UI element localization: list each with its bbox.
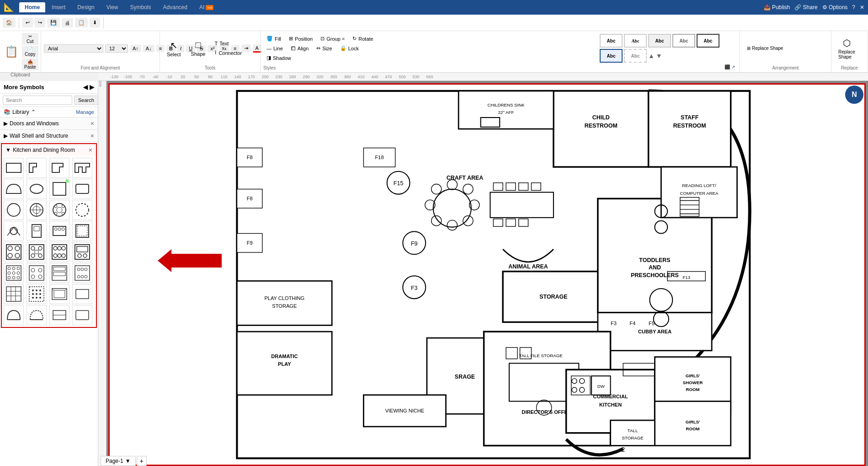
symbol-item[interactable] xyxy=(49,305,69,325)
replace-shape-btn[interactable]: ⊞ Replace Shape xyxy=(743,44,787,52)
publish-btn[interactable]: 📤 Publish xyxy=(764,4,790,11)
help-btn[interactable]: ? xyxy=(852,4,855,11)
symbol-item[interactable] xyxy=(72,221,92,241)
line-btn[interactable]: — Line xyxy=(263,44,286,53)
sidebar-arrow-right[interactable]: ▶ xyxy=(90,84,94,91)
symbol-item[interactable] xyxy=(49,158,69,178)
options-btn[interactable]: ⚙ Options xyxy=(822,4,848,11)
close-btn[interactable]: ✕ xyxy=(860,4,864,11)
connector-tool-btn[interactable]: ⌇ Connector xyxy=(211,48,245,57)
add-page-btn[interactable]: + xyxy=(137,456,147,466)
paste-btn[interactable]: 📥 Paste xyxy=(22,59,38,70)
symbol-item[interactable] xyxy=(27,284,47,304)
styles-arrow-up[interactable]: ▲ xyxy=(648,52,655,59)
font-size-select[interactable]: 12 xyxy=(105,44,128,53)
symbol-item[interactable] xyxy=(27,242,47,262)
style-swatch-4[interactable]: Abc xyxy=(697,34,719,48)
tab-home[interactable]: Home xyxy=(19,2,45,12)
group-btn[interactable]: ⊡ Group = xyxy=(317,34,348,43)
share-btn[interactable]: 🔗 Share xyxy=(794,4,817,11)
print-btn[interactable]: 🖨 xyxy=(62,18,73,27)
position-btn[interactable]: ⊞ Position xyxy=(286,34,316,43)
styles-arrow-down[interactable]: ▼ xyxy=(656,52,662,59)
tab-ai[interactable]: AI hot xyxy=(194,2,219,12)
symbol-item[interactable] xyxy=(49,200,69,220)
symbol-item[interactable] xyxy=(4,200,24,220)
kitchen-dining-close[interactable]: × xyxy=(89,146,92,154)
copy-btn[interactable]: 📄 Copy xyxy=(22,46,38,58)
symbol-item[interactable] xyxy=(27,179,47,199)
symbol-item[interactable] xyxy=(72,179,92,199)
wall-shell-header[interactable]: ▶ Wall Shell and Structure × xyxy=(0,130,98,142)
font-family-select[interactable]: Arial xyxy=(44,44,103,53)
symbol-item[interactable] xyxy=(4,179,24,199)
align-tool-btn[interactable]: ⧠ Align xyxy=(288,44,312,53)
font-increase-btn[interactable]: A↑ xyxy=(130,45,141,52)
style-swatch-5[interactable]: Abc xyxy=(600,49,623,63)
symbol-item[interactable] xyxy=(4,305,24,325)
canvas-area[interactable]: 20 40 60 80 100 120 140 160 180 200 220 … xyxy=(98,81,868,466)
library-expand-icon[interactable]: ⌃ xyxy=(31,109,36,115)
style-swatch-3[interactable]: Abc xyxy=(672,34,695,48)
shadow-btn[interactable]: ◨ Shadow xyxy=(263,54,294,62)
replace-shape-big-btn[interactable]: ⬡ ReplaceShape xyxy=(834,35,859,62)
page-tab-1[interactable]: Page-1 ▼ xyxy=(101,456,136,466)
symbol-item[interactable] xyxy=(4,158,24,178)
tab-advanced[interactable]: Advanced xyxy=(158,2,193,12)
search-btn[interactable]: Search xyxy=(74,96,98,105)
tab-symbols[interactable]: Symbols xyxy=(125,2,157,12)
cut-btn[interactable]: ✂ Cut xyxy=(22,33,38,45)
style-swatch-6[interactable]: Abc xyxy=(624,49,647,63)
style-swatch-0[interactable]: Abc xyxy=(600,34,623,48)
tab-design[interactable]: Design xyxy=(72,2,100,12)
symbol-item[interactable] xyxy=(4,263,24,283)
wall-shell-close[interactable]: × xyxy=(91,132,94,139)
size-btn[interactable]: ⇔ Size xyxy=(313,44,335,53)
doors-windows-header[interactable]: ▶ Doors and Windows × xyxy=(0,118,98,129)
tab-insert[interactable]: Insert xyxy=(46,2,71,12)
fill-btn[interactable]: 🪣 Fill xyxy=(263,34,284,43)
symbol-item[interactable] xyxy=(27,200,47,220)
symbol-item[interactable] xyxy=(4,284,24,304)
symbol-item[interactable] xyxy=(72,305,92,325)
kitchen-dining-header[interactable]: ▼ Kitchen and Dining Room × xyxy=(2,144,96,156)
symbol-item[interactable] xyxy=(4,242,24,262)
home-btn[interactable]: 🏠 xyxy=(3,18,16,27)
styles-expand[interactable]: ⬛ ↗ xyxy=(724,64,735,70)
symbol-item[interactable] xyxy=(27,221,47,241)
symbol-item[interactable] xyxy=(27,263,47,283)
shape-tool-btn[interactable]: □ Shape xyxy=(187,37,210,59)
symbol-item[interactable] xyxy=(72,284,92,304)
symbol-item[interactable] xyxy=(49,221,69,241)
symbol-item[interactable] xyxy=(4,221,24,241)
floor-plan-container[interactable]: CHILD RESTROOM STAFF RESTROOM CHILDRENS … xyxy=(108,83,866,466)
symbol-item[interactable] xyxy=(72,200,92,220)
symbol-item[interactable] xyxy=(72,263,92,283)
copy-format-btn[interactable]: 📋 xyxy=(75,18,88,27)
select-tool-btn[interactable]: ↖ Select xyxy=(163,37,185,59)
doors-windows-close[interactable]: × xyxy=(91,120,94,127)
symbol-item[interactable] xyxy=(49,179,69,199)
redo-btn[interactable]: ↪ xyxy=(35,18,45,27)
page-tab-dropdown[interactable]: ▼ xyxy=(125,458,131,464)
format-btn[interactable]: ⬇ xyxy=(90,18,100,27)
search-input[interactable] xyxy=(3,96,72,105)
symbol-item[interactable] xyxy=(27,305,47,325)
style-swatch-1[interactable]: Abc xyxy=(624,34,647,48)
symbol-item[interactable] xyxy=(49,263,69,283)
symbol-item[interactable] xyxy=(49,284,69,304)
save-btn[interactable]: 💾 xyxy=(47,18,60,27)
user-avatar[interactable]: N xyxy=(845,86,863,104)
style-swatch-2[interactable]: Abc xyxy=(648,34,671,48)
symbol-item[interactable] xyxy=(27,158,47,178)
tab-view[interactable]: View xyxy=(101,2,124,12)
paste-icon[interactable]: 📋 xyxy=(3,44,20,59)
lock-btn[interactable]: 🔒 Lock xyxy=(337,44,362,53)
text-tool-btn[interactable]: T Text xyxy=(211,39,245,48)
symbol-item[interactable] xyxy=(72,158,92,178)
font-decrease-btn[interactable]: A↓ xyxy=(143,45,154,52)
symbol-item[interactable] xyxy=(72,242,92,262)
symbol-item[interactable] xyxy=(49,242,69,262)
sidebar-arrow-left[interactable]: ◀ xyxy=(83,84,88,91)
manage-btn[interactable]: Manage xyxy=(76,109,94,115)
